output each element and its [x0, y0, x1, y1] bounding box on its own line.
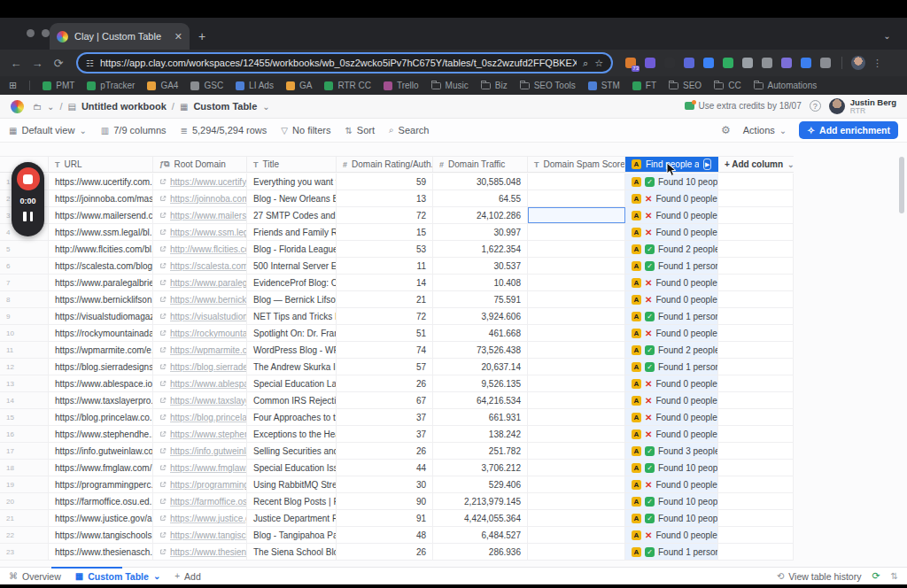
- title-cell[interactable]: Selling Securities and Reg...: [247, 443, 337, 459]
- url-cell[interactable]: https://www.stephendhe...: [49, 426, 153, 442]
- title-cell[interactable]: The Andrew Skurka Instru...: [247, 359, 337, 375]
- domain-rating-cell[interactable]: 72: [337, 207, 433, 223]
- run-column-button[interactable]: ▶: [703, 159, 711, 170]
- domain-spam-score-cell[interactable]: [528, 476, 625, 492]
- find-people-cell[interactable]: A✕Found 0 people: [625, 291, 718, 307]
- root-domain-cell[interactable]: https://www.justice.gov: [153, 510, 247, 526]
- root-domain-cell[interactable]: https://www.taxslayer...: [153, 392, 247, 408]
- expand-icon[interactable]: ⇅: [891, 571, 898, 581]
- root-domain-cell[interactable]: https://www.mailersen...: [153, 207, 247, 223]
- url-cell[interactable]: https://visualstudiomagaz...: [49, 308, 153, 324]
- find-people-cell[interactable]: A✓Found 10 people: [625, 493, 718, 509]
- tab-close-icon[interactable]: ✕: [174, 32, 182, 42]
- domain-spam-score-cell[interactable]: [528, 207, 625, 223]
- domain-rating-cell[interactable]: 57: [337, 359, 433, 375]
- domain-spam-score-cell[interactable]: [528, 359, 625, 375]
- title-cell[interactable]: Special Education Laws E...: [247, 375, 337, 391]
- close-window-button[interactable]: [27, 29, 35, 37]
- domain-rating-cell[interactable]: 13: [337, 190, 433, 206]
- clay-logo[interactable]: [11, 100, 24, 113]
- bookmark-automations[interactable]: Automations: [754, 81, 818, 90]
- new-tab-button[interactable]: +: [198, 29, 205, 43]
- column-header-title[interactable]: TTitle: [247, 157, 337, 172]
- root-domain-cell[interactable]: https://joinnoba.com: [153, 190, 247, 206]
- title-cell[interactable]: NET Tips and Tricks Blog ...: [247, 308, 337, 324]
- domain-rating-cell[interactable]: 53: [337, 241, 433, 257]
- empty-cell[interactable]: [718, 224, 794, 240]
- domain-spam-score-cell[interactable]: [528, 291, 625, 307]
- bookmark-ptracker[interactable]: pTracker: [87, 81, 135, 90]
- domain-rating-cell[interactable]: 51: [337, 325, 433, 341]
- extension-icon[interactable]: [820, 58, 831, 68]
- domain-rating-cell[interactable]: 67: [337, 392, 433, 408]
- domain-traffic-cell[interactable]: 529.406: [433, 476, 528, 492]
- root-domain-link[interactable]: https://www.bernicklif...: [170, 295, 247, 305]
- domain-traffic-cell[interactable]: 24,102.286: [433, 207, 528, 223]
- domain-spam-score-cell[interactable]: [528, 325, 625, 341]
- root-domain-link[interactable]: https://www.justice.gov: [170, 514, 247, 523]
- extension-icon[interactable]: [723, 58, 733, 68]
- extension-icon[interactable]: [684, 58, 694, 68]
- domain-spam-score-cell[interactable]: [528, 342, 625, 358]
- root-domain-link[interactable]: https://www.fmglaw.c...: [170, 463, 247, 473]
- empty-cell[interactable]: [718, 392, 794, 408]
- extension-icon[interactable]: 73: [625, 58, 636, 68]
- add-enrichment-button[interactable]: ✧Add enrichment: [799, 121, 898, 139]
- domain-spam-score-cell[interactable]: [528, 308, 625, 324]
- domain-spam-score-cell[interactable]: [528, 258, 625, 274]
- columns-button[interactable]: ▥7/9 columns: [101, 125, 167, 135]
- root-domain-cell[interactable]: https://blog.sierradesi...: [153, 359, 247, 375]
- find-people-cell[interactable]: A✓Found 3 people: [625, 443, 718, 459]
- root-domain-cell[interactable]: https://www.tangisch...: [153, 527, 247, 543]
- domain-spam-score-cell[interactable]: [528, 275, 625, 290]
- url-cell[interactable]: https://rockymountainada...: [49, 325, 153, 341]
- url-cell[interactable]: https://scalesta.com/blog...: [49, 258, 153, 274]
- rows-button[interactable]: ≣5,294/5,294 rows: [181, 125, 267, 135]
- extension-icon[interactable]: [781, 58, 792, 68]
- column-header-add-column[interactable]: + Add column⌄: [718, 157, 794, 172]
- title-cell[interactable]: Common IRS Rejection C...: [247, 392, 337, 408]
- domain-rating-cell[interactable]: 11: [337, 258, 433, 274]
- url-cell[interactable]: https://www.paralegalbrie...: [49, 275, 153, 290]
- find-people-cell[interactable]: A✓Found 2 people: [625, 241, 718, 257]
- title-cell[interactable]: Using RabbitMQ Streams ...: [247, 476, 337, 492]
- domain-traffic-cell[interactable]: 9,526.135: [433, 375, 528, 391]
- custom-table-tab[interactable]: ▦Custom Table⌄: [75, 571, 161, 582]
- user-menu[interactable]: Justin Berg RTR: [829, 98, 896, 115]
- domain-rating-cell[interactable]: 26: [337, 544, 433, 560]
- root-domain-cell[interactable]: https://wpmarmite.com: [153, 342, 247, 358]
- root-domain-link[interactable]: https://www.tangisch...: [170, 530, 247, 540]
- root-domain-link[interactable]: https://www.thesienas...: [170, 547, 247, 557]
- root-domain-link[interactable]: https://rockymountain...: [170, 329, 247, 338]
- domain-rating-cell[interactable]: 90: [337, 493, 433, 509]
- extension-icon[interactable]: [762, 58, 772, 68]
- url-cell[interactable]: https://wpmarmite.com/e...: [49, 342, 153, 358]
- empty-cell[interactable]: [718, 544, 794, 560]
- root-domain-link[interactable]: https://scalesta.com: [170, 261, 247, 271]
- find-people-cell[interactable]: A✓Found 10 people: [625, 460, 718, 476]
- root-domain-link[interactable]: https://blog.sierradesi...: [170, 362, 247, 372]
- title-cell[interactable]: Friends and Family Round...: [247, 224, 337, 240]
- domain-spam-score-cell[interactable]: [528, 443, 625, 459]
- browser-tab[interactable]: Clay | Custom Table ✕: [50, 23, 190, 50]
- domain-spam-score-cell[interactable]: [528, 409, 625, 425]
- domain-rating-cell[interactable]: 21: [337, 291, 433, 307]
- domain-rating-cell[interactable]: 59: [337, 174, 433, 190]
- url-cell[interactable]: https://farmoffice.osu.ed...: [49, 493, 153, 509]
- root-domain-link[interactable]: https://www.mailersen...: [170, 211, 247, 220]
- domain-traffic-cell[interactable]: 64.55: [433, 190, 528, 206]
- find-people-cell[interactable]: A✕Found 0 people: [625, 375, 718, 391]
- vertical-scrollbar[interactable]: [899, 157, 904, 561]
- root-domain-link[interactable]: https://www.taxslayer...: [170, 396, 247, 406]
- forward-button[interactable]: →: [27, 57, 48, 70]
- url-cell[interactable]: https://www.thesienasch...: [49, 544, 153, 560]
- root-domain-link[interactable]: https://visualstudioma...: [170, 312, 247, 321]
- url-cell[interactable]: http://www.flcities.com/bl...: [49, 241, 153, 257]
- minimize-window-button[interactable]: [42, 29, 50, 37]
- find-people-cell[interactable]: A✕Found 0 people: [625, 392, 718, 408]
- title-cell[interactable]: Four Approaches to the C...: [247, 409, 337, 425]
- domain-spam-score-cell[interactable]: [528, 460, 625, 476]
- domain-traffic-cell[interactable]: 30.537: [433, 258, 528, 274]
- domain-rating-cell[interactable]: 30: [337, 476, 433, 492]
- domain-traffic-cell[interactable]: 1,622.354: [433, 241, 528, 257]
